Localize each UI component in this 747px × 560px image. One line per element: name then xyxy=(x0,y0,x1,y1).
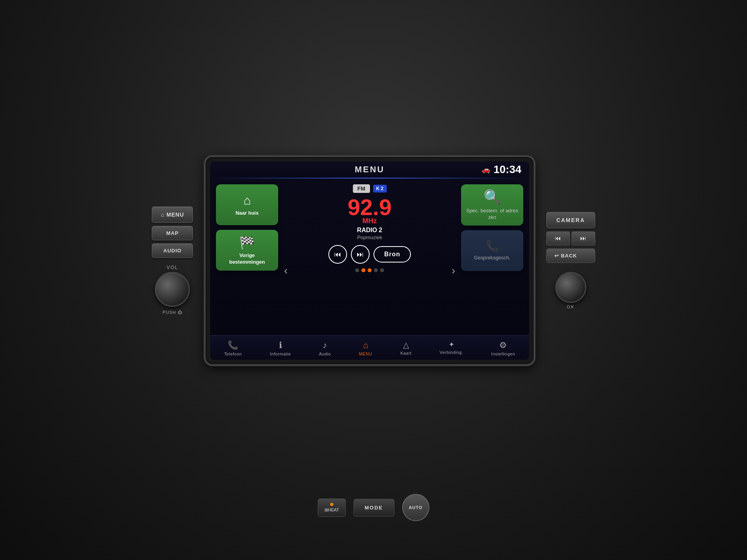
search-label: Spec. bestem. of adres zkn xyxy=(466,208,519,221)
nav-verbinding[interactable]: ✦ Verbinding. xyxy=(436,339,467,358)
nav-telefoon[interactable]: 📞 Telefoon xyxy=(220,339,246,358)
auto-button[interactable]: AUTO xyxy=(402,494,429,521)
left-controls-panel: ⌂ MENU MAP AUDIO VOL PUSH ⏻ xyxy=(152,206,193,315)
next-button[interactable]: ⏭ xyxy=(351,245,370,264)
screen-title: MENU xyxy=(355,164,385,175)
car-status-icon: 🚗 xyxy=(482,165,490,174)
bottom-controls: ⊞HEAT MODE AUTO xyxy=(318,494,430,521)
informatie-icon: ℹ xyxy=(279,340,282,350)
menu-home-icon: ⌂ xyxy=(363,340,368,350)
audio-icon: ♪ xyxy=(323,340,327,350)
media-controls-row: ⏮ ⏭ xyxy=(546,231,595,245)
screen-header: MENU 🚗 10:34 xyxy=(210,161,529,178)
right-controls-panel: CAMERA ⏮ ⏭ ↩ BACK OK xyxy=(546,212,595,309)
mode-button[interactable]: MODE xyxy=(353,499,394,516)
nav-instellingen[interactable]: ⚙ Instellingen xyxy=(487,339,519,358)
dot-5 xyxy=(380,268,384,272)
phone-icon: 📞 xyxy=(486,240,499,252)
header-right: 🚗 10:34 xyxy=(482,163,521,176)
left-tiles: ⌂ Naar huis 🏁 Vorige bestemmingen xyxy=(216,184,278,329)
phone-tile[interactable]: 📞 Gespreksgesch. xyxy=(461,230,523,271)
ok-label: OK xyxy=(567,304,575,309)
dot-4 xyxy=(374,268,378,272)
vorige-bestemmingen-label: Vorige bestemmingen xyxy=(229,252,265,266)
push-label: PUSH ⏻ xyxy=(163,310,182,315)
screen-bezel: MENU 🚗 10:34 ‹ ⌂ Naar huis xyxy=(205,156,535,365)
bron-button[interactable]: Bron xyxy=(374,246,410,262)
telefoon-label: Telefoon xyxy=(224,352,242,356)
radio-controls: ⏮ ⏭ Bron xyxy=(328,245,410,264)
center-console: ⌂ MENU MAP AUDIO VOL PUSH ⏻ MENU 🚗 10:34 xyxy=(152,156,595,365)
telefoon-icon: 📞 xyxy=(228,340,238,350)
main-screen: MENU 🚗 10:34 ‹ ⌂ Naar huis xyxy=(210,161,529,360)
station-name: RADIO 2 xyxy=(357,227,382,234)
radio-panel: FM K 2 92.9 MHz RADIO 2 Popmuziek ⏮ ⏭ Br… xyxy=(284,184,455,329)
right-nav-arrow[interactable]: › xyxy=(450,262,457,279)
auto-label: AUTO xyxy=(409,505,423,510)
volume-control-area: VOL PUSH ⏻ xyxy=(152,265,193,315)
home-icon: ⌂ xyxy=(243,193,251,208)
nav-menu[interactable]: ⌂ MENU xyxy=(355,339,376,358)
preset-badge: K 2 xyxy=(373,185,387,192)
flag-icon: 🏁 xyxy=(239,235,255,250)
kaart-label: Kaart xyxy=(400,351,412,355)
screen-content: ‹ ⌂ Naar huis 🏁 Vorige bestemmingen xyxy=(210,178,529,335)
back-button[interactable]: ↩ BACK xyxy=(546,248,595,263)
instellingen-icon: ⚙ xyxy=(499,340,507,350)
ok-knob[interactable] xyxy=(555,272,586,303)
search-tile[interactable]: 🔍 Spec. bestem. of adres zkn xyxy=(461,184,523,226)
kaart-icon: △ xyxy=(403,340,409,350)
right-tiles: 🔍 Spec. bestem. of adres zkn 📞 Gespreksg… xyxy=(461,184,523,329)
dot-3 xyxy=(368,268,372,272)
phone-label: Gespreksgesch. xyxy=(474,255,510,261)
dot-1 xyxy=(355,268,359,272)
volume-knob[interactable] xyxy=(155,272,190,307)
audio-button[interactable]: AUDIO xyxy=(152,243,193,258)
nav-audio[interactable]: ♪ Audio xyxy=(315,339,335,358)
nav-informatie[interactable]: ℹ Informatie xyxy=(266,339,295,358)
frequency-display: 92.9 xyxy=(348,196,392,219)
menu-label: MENU xyxy=(359,352,372,356)
time-display: 10:34 xyxy=(493,163,521,176)
naar-huis-tile[interactable]: ⌂ Naar huis xyxy=(216,184,278,225)
rewind-button[interactable]: ⏮ xyxy=(546,231,570,245)
verbinding-icon: ✦ xyxy=(449,340,454,349)
verbinding-label: Verbinding. xyxy=(440,350,463,355)
menu-button[interactable]: ⌂ MENU xyxy=(152,206,193,223)
audio-label: Audio xyxy=(319,352,331,356)
fm-badge: FM xyxy=(353,184,370,193)
car-dashboard: ⌂ MENU MAP AUDIO VOL PUSH ⏻ MENU 🚗 10:34 xyxy=(0,0,747,560)
camera-button[interactable]: CAMERA xyxy=(546,212,595,228)
dot-2 xyxy=(361,268,365,272)
heat-indicator xyxy=(330,503,333,506)
mhz-label: MHz xyxy=(363,217,377,225)
search-icon: 🔍 xyxy=(484,189,501,205)
naar-huis-label: Naar huis xyxy=(235,210,258,217)
bottom-nav: 📞 Telefoon ℹ Informatie ♪ Audio ⌂ MENU xyxy=(210,335,529,360)
map-button[interactable]: MAP xyxy=(152,226,193,240)
station-genre: Popmuziek xyxy=(357,234,382,240)
heat-label: ⊞HEAT xyxy=(324,508,339,512)
left-nav-arrow[interactable]: ‹ xyxy=(282,262,289,279)
vol-label: VOL xyxy=(167,265,178,270)
nav-kaart[interactable]: △ Kaart xyxy=(396,339,416,358)
radio-source-bar: FM K 2 xyxy=(353,184,387,193)
fast-forward-button[interactable]: ⏭ xyxy=(572,231,595,245)
dot-indicators xyxy=(355,268,384,272)
prev-button[interactable]: ⏮ xyxy=(328,245,347,264)
heat-button[interactable]: ⊞HEAT xyxy=(318,499,346,517)
instellingen-label: Instellingen xyxy=(491,352,515,356)
vorige-bestemmingen-tile[interactable]: 🏁 Vorige bestemmingen xyxy=(216,230,278,271)
informatie-label: Informatie xyxy=(270,352,291,356)
ok-knob-area: OK xyxy=(546,272,595,309)
